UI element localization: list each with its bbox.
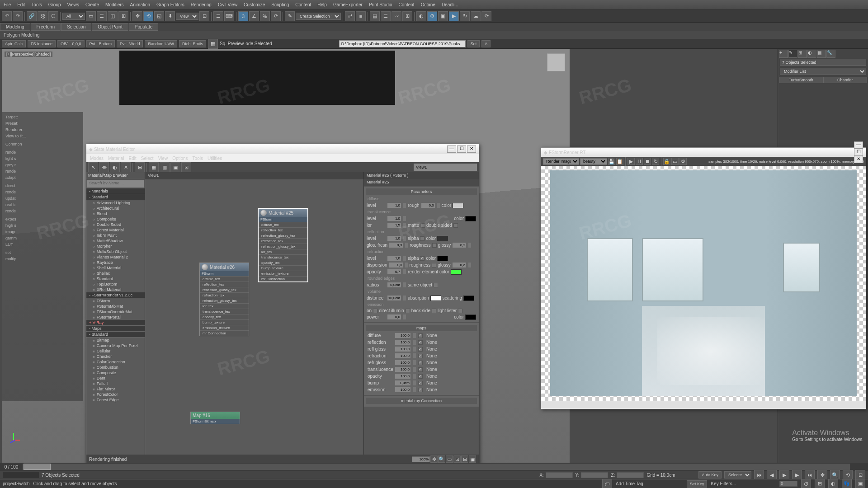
browser-item[interactable]: Double Sided xyxy=(86,222,145,227)
rt-play-button[interactable]: ▶ xyxy=(627,158,635,165)
map-amount-field[interactable]: 100,0 xyxy=(395,373,411,379)
node-slot[interactable]: translucence_tex xyxy=(200,309,249,314)
modifier-list[interactable]: Modifier List xyxy=(780,68,866,75)
browser-item[interactable]: Forest Material xyxy=(86,227,145,233)
node-slot[interactable]: mr Connection xyxy=(259,276,307,282)
vol-absorption-swatch[interactable] xyxy=(430,296,441,301)
map-enable-checkbox[interactable] xyxy=(418,347,423,352)
slate-menu-utilities[interactable]: Utilities xyxy=(208,156,222,161)
node-slot[interactable]: refraction_glossy_tex xyxy=(259,244,307,249)
map-amount-field[interactable]: 100,0 xyxy=(395,333,411,338)
browser-item[interactable]: Standard xyxy=(86,276,145,282)
slate-view-field[interactable] xyxy=(414,164,477,171)
diffuse-rough-field[interactable]: 0,0 xyxy=(421,202,435,208)
browser-item[interactable]: Ink 'n Paint xyxy=(86,233,145,238)
scale-button[interactable]: ◱ xyxy=(154,11,164,21)
menu-deadline[interactable]: Deadli... xyxy=(442,2,458,7)
quick-aptrcalc[interactable]: Aptr. Calc xyxy=(2,40,26,47)
refl-glossy-field[interactable]: 0,2 xyxy=(452,242,467,248)
viewport-field-of-view-button[interactable]: ◐ xyxy=(828,479,838,488)
map-amount-field[interactable]: 100,0 xyxy=(395,339,411,345)
cmd-modify-tab[interactable]: ✎ xyxy=(788,50,797,58)
spinner[interactable] xyxy=(405,262,408,268)
spinner[interactable] xyxy=(413,333,416,338)
trans-level-field[interactable]: 1,0 xyxy=(387,216,401,221)
key-filters-button[interactable]: Key Filters... xyxy=(711,481,736,486)
opacity-rec-swatch[interactable] xyxy=(451,269,462,275)
menu-file[interactable]: File xyxy=(4,2,11,7)
slate-menu-select[interactable]: Select xyxy=(141,156,154,161)
rt-pass-select[interactable]: beauty xyxy=(580,158,607,165)
emis-color-swatch[interactable] xyxy=(465,314,476,320)
menu-edit[interactable]: Edit xyxy=(17,2,25,7)
slate-menu-modes[interactable]: Modes xyxy=(90,156,104,161)
next-frame-button[interactable]: ▶ xyxy=(792,470,802,480)
ribbon-objectpaint[interactable]: Object Paint xyxy=(92,23,128,31)
angle-snap-button[interactable]: ∠ xyxy=(249,11,259,21)
browser-item[interactable]: Combustion xyxy=(86,365,145,370)
slate-show-map-button[interactable]: ▣ xyxy=(170,162,180,172)
menu-help[interactable]: Help xyxy=(317,2,327,7)
browser-item[interactable]: Cellular xyxy=(86,348,145,354)
node-material-25[interactable]: Material #25 FStorm diffuse_texreflectio… xyxy=(258,208,308,282)
menu-group[interactable]: Group xyxy=(48,2,61,7)
refr-alpha-checkbox[interactable] xyxy=(420,256,425,261)
map-enable-checkbox[interactable] xyxy=(418,388,423,392)
slate-pick-button[interactable]: ↖ xyxy=(88,162,98,172)
node-material-26[interactable]: Material #26 FStorm diffuse_texreflectio… xyxy=(199,263,249,336)
browser-search-field[interactable]: Search by Name ... xyxy=(87,180,144,188)
browser-item[interactable]: Architectural xyxy=(86,206,145,211)
spinner[interactable] xyxy=(403,255,406,261)
viewport-zoom-all-button[interactable]: ⊞ xyxy=(815,479,825,488)
spinner[interactable] xyxy=(405,242,408,248)
select-name-button[interactable]: ☰ xyxy=(97,11,107,21)
browser-item[interactable]: Camera Map Per Pixel xyxy=(86,343,145,348)
spinner[interactable] xyxy=(413,339,416,345)
refr-color-swatch[interactable] xyxy=(437,256,448,261)
spinner[interactable] xyxy=(413,346,416,352)
node-slot[interactable]: reflection_tex xyxy=(200,282,249,287)
browser-list[interactable]: - Materials- StandardAdvanced LightingAr… xyxy=(86,188,145,455)
browser-item[interactable]: XRef Material xyxy=(86,287,145,292)
rt-copy-button[interactable]: 📋 xyxy=(616,158,623,165)
edges-radius-field[interactable]: 0,0cm xyxy=(387,282,401,288)
refl-level-field[interactable]: 1,0 xyxy=(387,235,401,241)
map-enable-checkbox[interactable] xyxy=(418,374,423,379)
bind-button[interactable]: ⬡ xyxy=(48,11,58,21)
autokey-button[interactable]: Auto Key xyxy=(698,471,722,479)
menu-scripting[interactable]: Scripting xyxy=(271,2,289,7)
node-slot[interactable]: refraction_tex xyxy=(259,238,307,244)
emis-bs-checkbox[interactable] xyxy=(432,309,436,313)
emis-ll-checkbox[interactable] xyxy=(458,309,462,313)
spinner[interactable] xyxy=(403,235,406,241)
menu-gameexporter[interactable]: GameExporter xyxy=(333,2,363,7)
node-slot[interactable]: opacity_tex xyxy=(200,314,249,319)
map-amount-field[interactable]: 100,0 xyxy=(395,346,411,352)
browser-item[interactable]: ColorCorrection xyxy=(86,359,145,365)
cmd-object-name[interactable] xyxy=(780,59,866,66)
quick-a[interactable]: A xyxy=(481,40,491,47)
transform-y-field[interactable] xyxy=(581,472,608,478)
node-slot[interactable]: diffuse_tex xyxy=(200,276,249,282)
refl-glosfresn-field[interactable]: 0,3 xyxy=(389,242,403,248)
slate-zoom-selected-button[interactable]: ⊞ xyxy=(461,455,468,463)
ribbon-selection[interactable]: Selection xyxy=(61,23,91,31)
rt-scrollbar[interactable] xyxy=(541,401,866,408)
rt-lock-button[interactable]: 🔒 xyxy=(663,158,670,165)
render-production-button[interactable]: ▶ xyxy=(449,11,459,21)
vol-distance-field[interactable]: 10,0cm xyxy=(387,295,401,301)
matte-checkbox[interactable] xyxy=(420,223,425,228)
map-slot-button[interactable]: None xyxy=(425,333,475,338)
spinner[interactable] xyxy=(403,202,406,208)
map-slot-button[interactable]: None xyxy=(425,374,475,379)
emis-di-checkbox[interactable] xyxy=(406,309,410,313)
ref-coord-system[interactable]: View xyxy=(176,13,198,20)
percent-snap-button[interactable]: % xyxy=(260,11,270,21)
slate-titlebar[interactable]: ◆ Slate Material Editor — ☐ ✕ xyxy=(86,144,479,154)
render-online-button[interactable]: ☁ xyxy=(471,11,481,21)
node-slot[interactable]: ior_tex xyxy=(200,303,249,309)
menu-modifiers[interactable]: Modifiers xyxy=(105,2,124,7)
menu-content2[interactable]: Content xyxy=(399,2,415,7)
spinner[interactable] xyxy=(403,282,406,288)
curve-editor-button[interactable]: 〰 xyxy=(392,11,401,21)
